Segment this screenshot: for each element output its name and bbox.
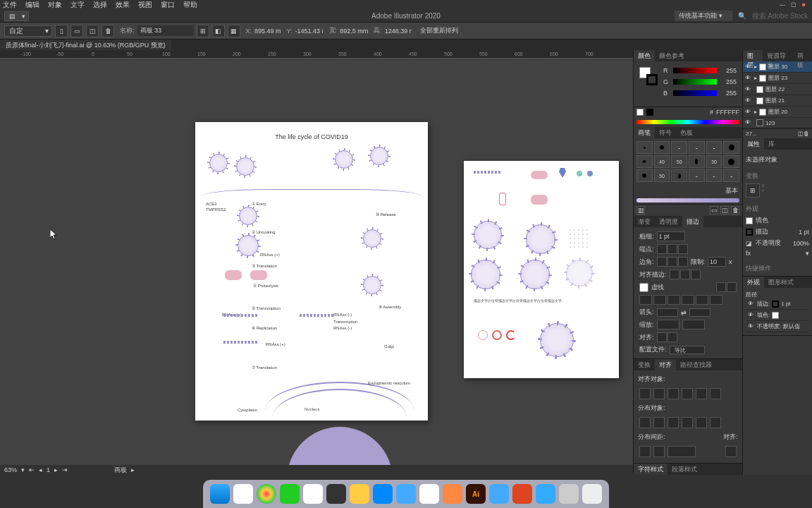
align-left-icon[interactable] xyxy=(639,388,651,399)
align-outside-icon[interactable] xyxy=(691,270,701,279)
layer-name[interactable]: 图层 30 xyxy=(768,63,787,71)
tab-artboards[interactable]: 画板 xyxy=(793,50,813,61)
tab-asset-export[interactable]: 资源导出 xyxy=(763,50,793,61)
tab-align[interactable]: 对齐 xyxy=(655,359,676,370)
brush-item[interactable]: - xyxy=(689,169,705,182)
tab-para-styles[interactable]: 段落样式 xyxy=(668,464,701,475)
brush-lib-icon[interactable]: ▥ xyxy=(636,206,645,214)
visibility-icon[interactable]: 👁 xyxy=(745,86,752,93)
brush-item[interactable] xyxy=(723,155,739,168)
artboard-num[interactable]: 1 xyxy=(47,466,50,473)
g-slider[interactable] xyxy=(673,79,717,85)
move-with-art-icon[interactable]: ◧ xyxy=(212,25,225,37)
dist-left-icon[interactable] xyxy=(682,417,693,428)
arrow-align-icon[interactable] xyxy=(668,332,677,342)
align-to-select[interactable] xyxy=(725,446,737,457)
fill-stroke-indicator[interactable] xyxy=(639,67,658,85)
corner-bevel-icon[interactable] xyxy=(678,257,688,267)
maximize-icon[interactable]: ▢ xyxy=(791,1,798,8)
brush-item[interactable]: 50 xyxy=(654,169,670,182)
dist-hcenter-icon[interactable] xyxy=(696,417,707,428)
finder-icon[interactable] xyxy=(210,484,230,504)
brush-item[interactable] xyxy=(689,155,705,168)
tab-stroke[interactable]: 描边 xyxy=(682,216,703,227)
dash-input[interactable] xyxy=(668,295,680,305)
layer-name[interactable]: 图层 22 xyxy=(765,85,785,93)
menu-help[interactable]: 帮助 xyxy=(183,0,197,10)
gap-input[interactable] xyxy=(653,295,666,305)
expand-icon[interactable]: ▸ xyxy=(754,64,757,70)
search-icon[interactable]: 🔍 xyxy=(738,12,746,20)
powerpoint-icon[interactable] xyxy=(512,484,532,504)
tab-swatches[interactable]: 色板 xyxy=(676,127,697,138)
app-icon[interactable] xyxy=(536,484,555,504)
align-top-icon[interactable] xyxy=(682,388,693,399)
app-icon[interactable] xyxy=(443,484,462,504)
dist-hspace-icon[interactable] xyxy=(653,446,665,457)
scale-end-input[interactable] xyxy=(682,320,705,329)
h-value[interactable]: 1248.39 r xyxy=(385,28,412,35)
dist-value-input[interactable] xyxy=(668,446,696,457)
menu-file[interactable]: 文件 xyxy=(3,0,17,10)
dash-input[interactable] xyxy=(639,295,652,305)
brush-new-icon[interactable]: ◫ xyxy=(720,206,729,214)
orient-landscape-icon[interactable]: ▭ xyxy=(70,25,83,37)
weight-input[interactable] xyxy=(657,231,685,241)
align-center-icon[interactable] xyxy=(670,270,679,279)
stroke-swatch[interactable] xyxy=(646,74,658,85)
visibility-icon[interactable]: 👁 xyxy=(745,64,752,71)
artboard-2[interactable]: 描边文字占位符描边文字占位符描边文字占位符描边文字。 xyxy=(464,161,619,378)
brush-item[interactable] xyxy=(636,169,653,182)
tab-brushes[interactable]: 画笔 xyxy=(634,127,655,138)
menu-object[interactable]: 对象 xyxy=(48,0,62,10)
color-spectrum[interactable] xyxy=(636,120,739,124)
gap-input[interactable] xyxy=(710,295,722,305)
align-bottom-icon[interactable] xyxy=(710,388,721,399)
app-icon[interactable] xyxy=(396,484,416,504)
ref-point-icon[interactable]: ⊞ xyxy=(197,25,209,37)
tab-transform[interactable]: 变换 xyxy=(634,359,655,370)
visibility-icon[interactable]: 👁 xyxy=(748,301,755,308)
dist-vspace-icon[interactable] xyxy=(639,446,651,457)
nav-first-icon[interactable]: ⇤ xyxy=(29,466,35,473)
visibility-icon[interactable]: 👁 xyxy=(748,323,755,330)
align-vcenter-icon[interactable] xyxy=(696,388,707,399)
tab-transparency[interactable]: 透明度 xyxy=(655,216,682,227)
gap-input[interactable] xyxy=(682,295,694,305)
hex-value[interactable]: FFFFFF xyxy=(716,109,739,116)
stroke-val[interactable]: 1 pt xyxy=(799,229,809,236)
stroke-swatch[interactable] xyxy=(772,301,779,308)
dash-align-icon[interactable] xyxy=(727,282,737,292)
brush-item[interactable] xyxy=(636,141,653,154)
brush-item[interactable]: 40 xyxy=(654,155,670,168)
dashed-checkbox[interactable] xyxy=(639,283,648,292)
g-value[interactable]: 255 xyxy=(720,78,737,85)
artboard-options-icon[interactable]: ▦ xyxy=(228,25,240,37)
app-icon[interactable] xyxy=(326,484,346,504)
profile-select[interactable]: 等比 xyxy=(670,346,705,354)
cap-square-icon[interactable] xyxy=(678,244,688,254)
tab-properties[interactable]: 属性 xyxy=(743,138,764,150)
arrow-end-select[interactable] xyxy=(689,308,710,317)
r-slider[interactable] xyxy=(673,68,717,73)
x-value[interactable]: 895.49 m xyxy=(254,28,281,35)
tab-symbols[interactable]: 符号 xyxy=(655,127,676,138)
nav-last-icon[interactable]: ⇥ xyxy=(62,466,68,473)
word-icon[interactable] xyxy=(489,484,509,504)
canvas[interactable]: -100-50050100150200250300350400450500550… xyxy=(0,50,633,466)
expand-icon[interactable]: ▸ xyxy=(754,109,757,115)
tab-appearance[interactable]: 外观 xyxy=(743,277,764,288)
layer-row[interactable]: 👁图层 22 xyxy=(743,84,812,95)
minimize-icon[interactable]: — xyxy=(780,1,787,8)
layer-del-icon[interactable]: 🗑 xyxy=(804,131,809,137)
swap-arrow-icon[interactable]: ⇄ xyxy=(681,309,687,316)
brush-item[interactable] xyxy=(723,141,739,154)
rearrange-button[interactable]: 全部重新排列 xyxy=(420,26,458,35)
b-slider[interactable] xyxy=(673,90,717,96)
align-right-icon[interactable] xyxy=(668,388,679,399)
menu-edit[interactable]: 编辑 xyxy=(25,0,39,10)
tab-graphic-styles[interactable]: 图形样式 xyxy=(764,277,798,288)
brush-basic[interactable]: 基本 xyxy=(634,185,742,197)
brush-item[interactable] xyxy=(671,169,687,182)
align-hcenter-icon[interactable] xyxy=(653,388,665,399)
